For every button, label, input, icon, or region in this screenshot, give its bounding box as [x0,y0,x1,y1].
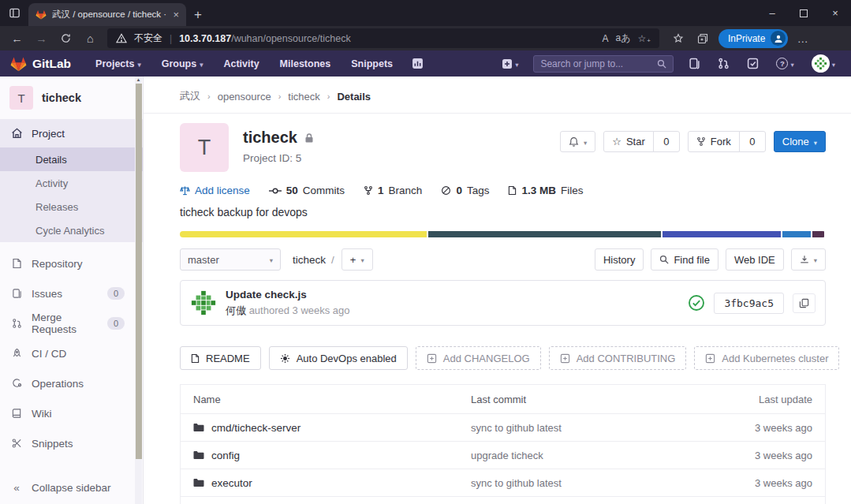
file-name-cell[interactable]: cmd/ticheck-server [193,422,471,434]
fork-button[interactable]: Fork [688,131,740,152]
forward-button[interactable]: → [30,28,53,49]
sidebar-item-merge-requests[interactable]: Merge Requests 0 [0,308,143,338]
sidebar-item-ci-cd[interactable]: CI / CD [0,338,143,368]
sidebar-project-header[interactable]: T ticheck [0,77,143,119]
url-domain: 10.3.70.187 [179,33,231,44]
commit-meta: 何傲 authored 3 weeks ago [226,304,350,318]
readme-button[interactable]: README [180,346,261,370]
address-bar[interactable]: 不安全 | 10.3.70.187/wuhan/opensource/tiche… [107,28,659,48]
sidebar-scrollbar-thumb[interactable] [136,84,142,459]
favorites-button[interactable] [666,28,689,49]
gitlab-brand-name: GitLab [32,57,71,71]
nav-charts-button[interactable] [406,50,429,77]
home-icon [10,128,23,139]
collections-button[interactable] [691,28,714,49]
copy-commit-hash-button[interactable] [793,293,816,313]
fork-count[interactable]: 0 [739,131,766,152]
nav-projects[interactable]: Projects▾ [88,50,148,77]
tags-link[interactable]: 0Tags [441,185,489,196]
maximize-button[interactable] [788,0,819,26]
file-name-cell[interactable]: config [193,450,471,461]
collapse-sidebar-button[interactable]: « Collapse sidebar [0,471,135,504]
navbar-merge-requests-button[interactable] [712,50,735,77]
breadcrumb-project[interactable]: ticheck [288,91,319,103]
read-aloud-button[interactable]: A [603,33,609,44]
file-tree-table: Name Last commit Last update cmd/ticheck… [180,384,826,504]
search-input[interactable] [540,58,652,69]
history-button[interactable]: History [595,248,644,271]
add-file-dropdown[interactable]: + ▾ [342,248,373,271]
path-separator: / [331,254,334,266]
user-menu-button[interactable]: ▾ [806,50,841,77]
navbar-todos-button[interactable] [741,50,764,77]
navbar-issues-button[interactable] [683,50,706,77]
add-license-link[interactable]: Add license [180,185,250,196]
project-id: Project ID: 5 [243,152,314,164]
sidebar-item-issues[interactable]: Issues 0 [0,278,143,308]
sidebar-item-releases[interactable]: Releases [0,195,143,218]
notifications-dropdown[interactable]: ▾ [560,131,595,152]
find-file-button[interactable]: Find file [651,248,718,271]
star-count[interactable]: 0 [653,131,680,152]
tab-close-icon[interactable]: × [173,9,179,21]
translate-button[interactable]: aあ [616,32,631,45]
last-update-cell: 3 weeks ago [694,477,812,489]
fork-icon [696,136,706,147]
minimize-button[interactable]: – [756,0,788,26]
branch-selector[interactable]: master ▾ [180,248,281,271]
profile-avatar [771,31,786,46]
breadcrumb-current: Details [337,91,371,103]
tab-workspaces-button[interactable] [0,0,28,26]
commit-title-link[interactable]: Update check.js [226,289,350,301]
browser-menu-button[interactable]: … [793,32,813,45]
sidebar-item-cycle-analytics[interactable]: Cycle Analytics [0,218,143,242]
commit-message-link[interactable]: sync to github latest [471,422,694,434]
pipeline-passed-icon[interactable] [688,294,705,312]
sidebar-item-wiki[interactable]: Wiki [0,398,143,428]
sidebar-scrollbar-track[interactable]: ▲ [135,77,142,504]
nav-groups[interactable]: Groups▾ [155,50,211,77]
breadcrumb-subgroup[interactable]: opensource [218,91,271,103]
gitlab-logo [10,56,27,72]
star-button[interactable]: ☆ Star [603,131,654,152]
nav-activity[interactable]: Activity [216,50,266,77]
browser-tab-active[interactable]: 武汉 / opensource / ticheck · Gi × [28,3,186,26]
scrollbar-up-arrow[interactable]: ▲ [135,77,142,83]
sidebar-item-repository[interactable]: Repository [0,248,143,278]
nav-milestones[interactable]: Milestones [273,50,338,77]
new-tab-button[interactable]: + [186,3,210,26]
web-ide-button[interactable]: Web IDE [726,248,784,271]
sidebar-item-operations[interactable]: Operations [0,368,143,398]
sidebar-item-activity[interactable]: Activity [0,171,143,195]
download-dropdown[interactable]: ▾ [791,248,826,271]
nav-snippets[interactable]: Snippets [344,50,400,77]
refresh-button[interactable] [54,28,77,49]
sidebar-item-snippets[interactable]: Snippets [0,428,143,458]
file-name-cell[interactable]: executor [193,477,471,489]
add-favorite-button[interactable]: ☆+ [638,33,651,44]
add-contributing-button[interactable]: Add CONTRIBUTING [549,346,687,370]
clone-button[interactable]: Clone ▾ [774,131,826,152]
commit-author[interactable]: 何傲 [226,304,246,316]
files-link[interactable]: 1.3 MBFiles [508,185,583,196]
gitlab-brand[interactable]: GitLab [10,56,71,72]
breadcrumb-group[interactable]: 武汉 [180,89,200,103]
add-kubernetes-cluster-button[interactable]: Add Kubernetes cluster [694,346,839,370]
chart-icon [412,58,424,69]
commits-link[interactable]: 50Commits [269,185,345,196]
sidebar-item-project[interactable]: Project [0,119,143,147]
repo-path-root[interactable]: ticheck [293,254,326,266]
help-menu-button[interactable]: ? ▾ [771,50,799,77]
commit-message-link[interactable]: sync to github latest [471,477,694,489]
inprivate-badge[interactable]: InPrivate [718,29,788,48]
back-button[interactable]: ← [6,28,28,49]
sidebar-item-details[interactable]: Details [0,147,143,171]
auto-devops-button[interactable]: Auto DevOps enabled [269,346,408,370]
branches-link[interactable]: 1Branch [364,185,422,196]
add-changelog-button[interactable]: Add CHANGELOG [416,346,541,370]
commit-message-link[interactable]: upgrade ticheck [471,450,694,461]
new-menu-button[interactable]: ▾ [496,50,524,77]
close-button[interactable]: × [819,0,851,26]
file-icon [508,185,517,196]
home-button[interactable]: ⌂ [79,28,102,49]
